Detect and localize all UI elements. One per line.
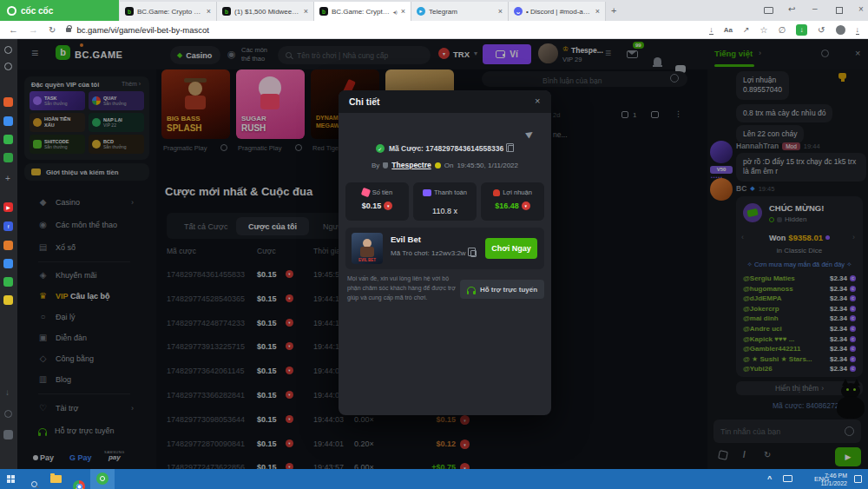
player-name[interactable]: Thespectre bbox=[391, 161, 431, 169]
profile-icon[interactable] bbox=[836, 25, 845, 35]
browser-tab-1[interactable]: b BC.Game: Crypto Casino Gan× bbox=[120, 2, 217, 21]
browser-tab-4[interactable]: ▸ Telegram× bbox=[411, 2, 509, 21]
translate-icon[interactable]: Aa bbox=[724, 26, 733, 34]
date: 11/1/2022 bbox=[806, 479, 847, 487]
extension-icon[interactable]: ↺ bbox=[818, 25, 825, 35]
strip-misc-icon-2[interactable] bbox=[3, 430, 13, 439]
stat-value: 110.8 x bbox=[432, 207, 457, 215]
bet-by-row: By Thespectre On 19:45:50, 1/11/2022 bbox=[339, 161, 551, 169]
share-icon[interactable]: ↗ bbox=[743, 25, 750, 34]
time: 7:46 PM bbox=[806, 472, 847, 479]
bet-timestamp: 19:45:50, 1/11/2022 bbox=[457, 162, 518, 169]
stat-label: Số tiền bbox=[372, 188, 392, 196]
copy-icon[interactable] bbox=[508, 145, 514, 152]
game-id-text: Mã Trò chơi: 1z2wv3:2w bbox=[391, 249, 466, 257]
browser-tab-2[interactable]: b (1) $1,500 Midweek Mascot× bbox=[217, 2, 314, 21]
trx-coin-icon: ▾ bbox=[384, 202, 392, 210]
downloads-tray-icon[interactable]: ↓ bbox=[856, 25, 860, 35]
character-art bbox=[360, 247, 374, 257]
add-shortcut-icon[interactable]: + bbox=[5, 174, 10, 183]
network-icon[interactable] bbox=[783, 475, 792, 482]
forward-icon[interactable]: → bbox=[29, 24, 38, 35]
bcgame-favicon: b bbox=[125, 7, 134, 16]
stat-label: Lợi nhuận bbox=[503, 188, 532, 196]
save-page-icon[interactable]: ↓ bbox=[709, 25, 713, 35]
coccoc-app-icon-inner bbox=[100, 476, 105, 481]
start-button[interactable] bbox=[7, 475, 15, 483]
shortcut-icon-7[interactable] bbox=[3, 277, 13, 287]
play-now-button[interactable]: Chơi Ngay bbox=[485, 238, 537, 259]
browser-tab-3-active[interactable]: b BC.Game: Crypto Casino ◂) × bbox=[314, 2, 411, 21]
stat-card-amount: Số tiền $0.15▾ bbox=[345, 182, 409, 221]
coccoc-taskbar-tile[interactable] bbox=[90, 469, 115, 489]
bookmark-star-icon[interactable]: ☆ bbox=[760, 25, 767, 35]
telegram-favicon: ▸ bbox=[417, 7, 425, 16]
browser-addressbar: ← → ↻ bc.game/vi/game/evil-bet-by-mascot… bbox=[0, 21, 868, 39]
stat-label: Thanh toán bbox=[434, 188, 467, 196]
share-icon[interactable]: ▶ bbox=[524, 128, 536, 139]
url-text[interactable]: bc.game/vi/game/evil-bet-by-mascot bbox=[76, 25, 209, 35]
action-center-icon[interactable] bbox=[854, 475, 862, 483]
lock-icon bbox=[66, 28, 71, 32]
new-tab-button[interactable]: + bbox=[611, 5, 616, 16]
dice-icon bbox=[361, 188, 372, 198]
shortcut-icon-3[interactable] bbox=[3, 135, 13, 144]
bet-details-modal: Chi tiết × ▶ ✓ Mã Cược: 1748297843614558… bbox=[339, 90, 551, 415]
support-button[interactable]: Hỗ trợ trực tuyến bbox=[460, 280, 544, 299]
taskbar-search-icon[interactable] bbox=[31, 475, 37, 489]
close-window-button[interactable]: × bbox=[858, 4, 864, 14]
tab-close-icon[interactable]: × bbox=[304, 7, 308, 16]
clock[interactable]: 7:46 PM 11/1/2022 bbox=[806, 472, 847, 487]
shortcut-icon-2[interactable] bbox=[3, 116, 13, 126]
copy-icon[interactable] bbox=[470, 250, 477, 257]
back-icon[interactable]: ← bbox=[9, 24, 18, 35]
modal-game-title: Evil Bet bbox=[391, 235, 421, 244]
verified-check-icon: ✓ bbox=[376, 144, 385, 153]
url-field[interactable]: bc.game/vi/game/evil-bet-by-mascot bbox=[66, 25, 209, 35]
coccoc-logo-icon bbox=[7, 6, 16, 16]
discord-favicon: ᴗ bbox=[514, 7, 523, 16]
shortcut-icon-8[interactable] bbox=[3, 295, 13, 305]
shortcut-icon-6[interactable] bbox=[3, 259, 13, 268]
browser-tab-5[interactable]: ᴗ • Discord | #mod-announc× bbox=[509, 2, 606, 21]
downloads-strip-icon[interactable]: ↓ bbox=[5, 387, 10, 397]
player-badge-icon bbox=[435, 162, 441, 169]
coccoc-brand: cốc cốc bbox=[0, 0, 119, 21]
bet-id-row: ✓ Mã Cược: 1748297843614558336 bbox=[339, 144, 551, 153]
stat-card-profit: Lợi nhuận $16.48▾ bbox=[481, 182, 544, 221]
file-explorer-icon[interactable] bbox=[50, 475, 62, 483]
trx-coin-icon: ▾ bbox=[522, 202, 530, 210]
youtube-icon[interactable]: ▶ bbox=[3, 202, 13, 212]
modal-game-row: EVIL BET Evil Bet Mã Trò chơi: 1z2wv3:2w… bbox=[345, 228, 544, 269]
download-manager-icon[interactable]: ↓ bbox=[796, 24, 807, 36]
minimize-button[interactable]: – bbox=[812, 3, 818, 13]
cast-icon[interactable] bbox=[764, 7, 773, 14]
browser-settings-icon[interactable] bbox=[4, 46, 12, 54]
headset-icon bbox=[467, 287, 476, 292]
maximize-button[interactable] bbox=[836, 7, 843, 14]
bcgame-favicon: b bbox=[319, 7, 328, 16]
tab-close-icon[interactable]: × bbox=[595, 7, 600, 16]
tab-close-icon[interactable]: × bbox=[498, 7, 503, 16]
undo-icon[interactable]: ↩ bbox=[788, 4, 795, 14]
game-thumbnail[interactable]: EVIL BET bbox=[352, 233, 383, 264]
tray-expand-icon[interactable]: ^ bbox=[767, 474, 772, 483]
shortcut-icon-1[interactable] bbox=[3, 97, 13, 107]
browser-tabbar: cốc cốc b BC.Game: Crypto Casino Gan× b … bbox=[0, 0, 868, 21]
brand-text: cốc cốc bbox=[21, 6, 53, 16]
thumb-label: EVIL BET bbox=[352, 258, 383, 262]
tab-audio-icon[interactable]: ◂) bbox=[393, 9, 398, 15]
strip-misc-icon[interactable] bbox=[4, 410, 12, 418]
adblock-icon[interactable]: ∅ bbox=[778, 25, 786, 35]
tab-close-icon[interactable]: × bbox=[401, 7, 405, 16]
chrome-icon[interactable] bbox=[73, 480, 85, 489]
bet-id-text: Mã Cược: 1748297843614558336 bbox=[389, 144, 503, 153]
modal-title: Chi tiết bbox=[349, 96, 380, 107]
shortcut-icon-5[interactable] bbox=[3, 241, 13, 250]
tab-close-icon[interactable]: × bbox=[207, 7, 211, 16]
shortcut-icon-4[interactable] bbox=[3, 153, 13, 162]
reload-icon[interactable]: ↻ bbox=[49, 25, 56, 35]
browser-history-icon[interactable] bbox=[4, 63, 12, 70]
facebook-icon[interactable]: f bbox=[3, 221, 13, 231]
close-icon[interactable]: × bbox=[535, 96, 540, 106]
